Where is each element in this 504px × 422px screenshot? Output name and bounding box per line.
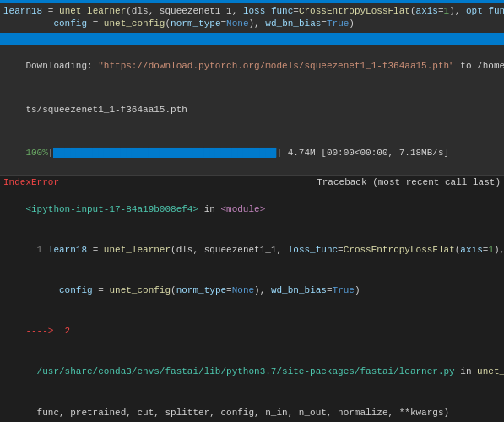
download-progress-line: 100%|███████████████████████████████████…: [0, 132, 504, 176]
learner-file-path: /usr/share/conda3/envs/fastai/lib/python…: [0, 352, 504, 392]
input-code-line2: config = unet_config(norm_type=None), wd…: [0, 271, 504, 311]
traceback-header-row: IndexError Traceback (most recent call l…: [0, 176, 504, 189]
ipython-ref-line: <ipython-input-17-84a19b008ef4> in <modu…: [0, 189, 504, 230]
traceback-label: Traceback (most recent call last): [317, 177, 501, 187]
progress-bar-fill: [0, 33, 504, 45]
download-line-1: Downloading: "https://download.pytorch.o…: [0, 45, 504, 89]
error-type-label: IndexError: [3, 177, 59, 187]
progress-bar-container: [0, 33, 504, 45]
learner-func-extra: func, pretrained, cut, splitter, config,…: [0, 392, 504, 422]
download-line-2: ts/squeezenet1_1-f364aa15.pth: [0, 88, 504, 132]
terminal-window: learn18 = unet_learner(dls, squeezenet1_…: [0, 0, 504, 422]
section-learner: /usr/share/conda3/envs/fastai/lib/python…: [0, 352, 504, 422]
input-code-line1: 1 learn18 = unet_learner(dls, squeezenet…: [0, 230, 504, 270]
input-arrow-line: ----> 2: [0, 311, 504, 352]
initial-code-section: learn18 = unet_learner(dls, squeezenet1_…: [0, 3, 504, 33]
code-line-2: config = unet_config(norm_type=None), wd…: [0, 18, 504, 30]
code-line-1: learn18 = unet_learner(dls, squeezenet1_…: [0, 5, 504, 18]
